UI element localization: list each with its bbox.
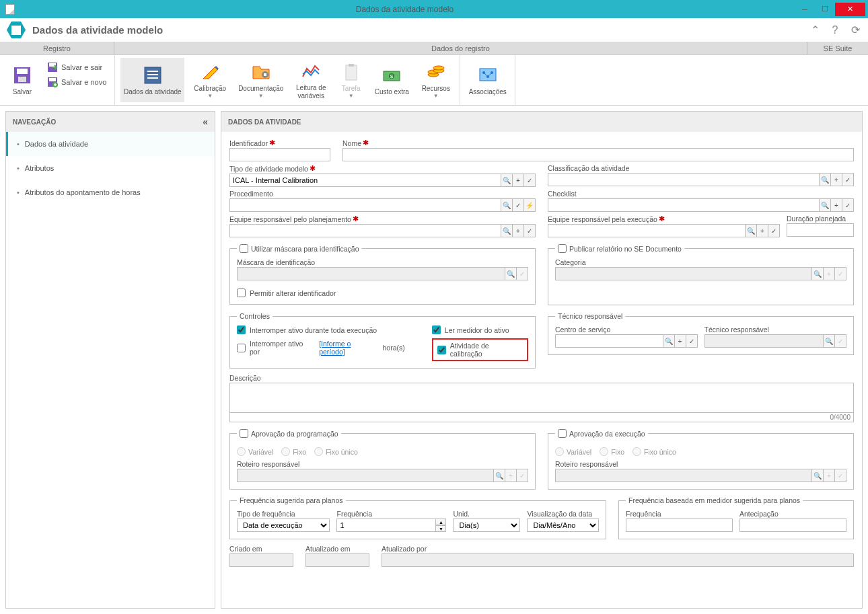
documentation-button[interactable]: Documentação ▼ [236, 58, 286, 102]
chart-icon [300, 61, 322, 82]
fixo-unico-radio [314, 447, 323, 456]
interromper-toda-checkbox[interactable] [237, 325, 246, 334]
pencil-icon [199, 61, 221, 83]
search-icon[interactable]: 🔍 [663, 334, 675, 348]
extra-cost-button[interactable]: $ Custo extra [371, 58, 412, 102]
ler-medidor-checkbox[interactable] [432, 325, 441, 334]
freq-medidor-input[interactable] [626, 519, 733, 532]
descricao-textarea[interactable] [229, 383, 854, 413]
search-icon: 🔍 [823, 334, 835, 348]
money-icon: $ [381, 65, 402, 86]
page-title: Dados da atividade modelo [32, 24, 163, 36]
frequencia-input[interactable] [336, 519, 436, 532]
tab-registro[interactable]: Registro [0, 42, 114, 54]
add-icon[interactable]: + [512, 224, 524, 237]
equipe-planejamento-input[interactable] [229, 224, 501, 237]
tipo-freq-select[interactable]: Data de execução [237, 519, 330, 532]
procedimento-input[interactable] [229, 198, 501, 212]
search-icon[interactable]: 🔍 [745, 224, 757, 237]
add-icon[interactable]: + [756, 224, 768, 237]
add-icon[interactable]: + [674, 334, 686, 348]
content-header: DADOS DA ATIVIDADE [221, 112, 862, 132]
roteiro-prog-input [237, 469, 494, 482]
ribbon-tabs: Registro Dados do registro SE Suite [0, 42, 868, 55]
search-icon[interactable]: 🔍 [501, 198, 513, 212]
help-icon[interactable]: ? [829, 24, 841, 36]
spin-up[interactable]: ▲ [435, 519, 446, 525]
vis-data-select[interactable]: Dia/Mês/Ano [527, 519, 599, 532]
clear-icon: ✓ [516, 267, 528, 280]
clear-icon[interactable]: ✓ [523, 224, 536, 237]
save-button[interactable]: Salvar [5, 58, 39, 102]
permitir-alterar-checkbox[interactable] [237, 289, 246, 297]
nome-input[interactable] [342, 148, 854, 161]
search-icon[interactable]: 🔍 [819, 198, 831, 212]
atividade-calibracao-checkbox[interactable] [437, 346, 446, 354]
resources-button[interactable]: Recursos ▼ [417, 58, 454, 102]
identificador-input[interactable] [229, 148, 330, 161]
calibration-highlight: Atividade de calibração [432, 338, 528, 361]
nav-item-horas[interactable]: Atributos do apontamento de horas [6, 180, 215, 204]
save-exit-button[interactable]: Salvar e sair [44, 61, 109, 74]
add-icon[interactable]: + [830, 173, 842, 186]
classificacao-input[interactable] [548, 173, 820, 186]
nav-item-atributos[interactable]: Atributos [6, 156, 215, 180]
search-icon[interactable]: 🔍 [501, 224, 513, 237]
add-icon[interactable]: + [512, 174, 524, 187]
tecnico-fieldset: Técnico responsável Centro de serviço 🔍 … [548, 312, 854, 355]
clear-icon[interactable]: ✓ [686, 334, 698, 348]
svg-rect-1 [17, 69, 28, 74]
search-icon[interactable]: 🔍 [819, 173, 831, 186]
activity-data-button[interactable]: Dados da atividade [120, 58, 184, 102]
publicar-checkbox[interactable] [558, 244, 567, 253]
aprov-prog-checkbox[interactable] [240, 429, 248, 438]
unid-select[interactable]: Dia(s) [453, 519, 520, 532]
app-icon [7, 21, 26, 40]
clear-icon[interactable]: ✓ [842, 173, 854, 186]
equipe-execucao-input[interactable] [548, 224, 746, 237]
chevron-down-icon: ▼ [433, 93, 439, 99]
tab-sesuite[interactable]: SE Suite [807, 42, 868, 54]
clear-icon[interactable]: ✓ [523, 174, 536, 187]
close-button[interactable]: ✕ [835, 3, 865, 16]
centro-servico-input[interactable] [555, 334, 663, 348]
header-bar: Dados da atividade modelo ⌃ ? ⟳ [0, 18, 868, 42]
link-icon [477, 65, 499, 86]
variable-reading-button[interactable]: Leitura de variáveis [291, 58, 330, 102]
clipboard-icon [340, 61, 362, 83]
interromper-por-checkbox[interactable] [237, 344, 246, 352]
add-icon: + [505, 469, 517, 482]
add-icon[interactable]: + [830, 198, 842, 212]
calibration-button[interactable]: Calibração ▼ [190, 58, 230, 102]
expand-icon[interactable]: ⌃ [809, 24, 821, 36]
periodo-link[interactable]: [Informe o período] [319, 340, 378, 356]
window-title: Dados da atividade modelo [15, 5, 795, 14]
variavel-radio [555, 447, 564, 456]
duracao-input[interactable] [787, 223, 854, 237]
collapse-icon[interactable]: « [203, 116, 208, 127]
refresh-icon[interactable]: ⟳ [849, 24, 861, 36]
aprov-exec-checkbox[interactable] [558, 429, 567, 438]
clear-icon[interactable]: ✓ [842, 198, 854, 212]
folder-icon [250, 61, 272, 83]
aprov-exec-fieldset: Aprovação da execução Variável Fixo Fixo… [548, 429, 854, 490]
mascara-checkbox[interactable] [240, 244, 248, 253]
associations-button[interactable]: Associações [466, 58, 509, 102]
search-icon[interactable]: 🔍 [501, 174, 513, 187]
checklist-input[interactable] [548, 198, 820, 212]
antecipacao-input[interactable] [739, 519, 846, 532]
search-icon: 🔍 [505, 267, 517, 280]
task-button[interactable]: Tarefa ▼ [336, 58, 366, 102]
save-new-button[interactable]: Salvar e novo [44, 75, 109, 89]
atualizado-por-input [382, 553, 854, 567]
freq-medidor-fieldset: Frequência baseada em medidor sugerida p… [618, 496, 854, 539]
tab-dados-registro[interactable]: Dados do registro [114, 42, 807, 54]
maximize-button[interactable]: ☐ [815, 3, 835, 16]
tipo-atividade-input[interactable] [229, 174, 501, 187]
clear-icon[interactable]: ✓ [512, 198, 524, 212]
nav-item-dados[interactable]: Dados da atividade [6, 132, 215, 156]
svg-point-22 [433, 66, 444, 70]
clear-icon[interactable]: ✓ [768, 224, 780, 237]
minimize-button[interactable]: ─ [795, 3, 815, 16]
spin-down[interactable]: ▼ [435, 525, 446, 532]
